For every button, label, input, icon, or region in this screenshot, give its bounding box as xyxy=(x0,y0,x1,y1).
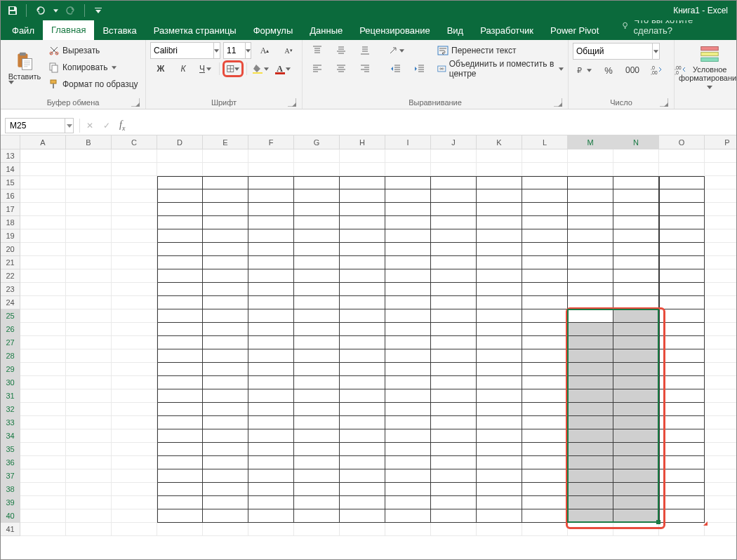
cell[interactable] xyxy=(248,243,294,256)
cell[interactable] xyxy=(568,523,613,536)
cell[interactable] xyxy=(66,483,112,496)
cell[interactable] xyxy=(431,429,477,443)
cell[interactable] xyxy=(385,296,431,309)
cell[interactable] xyxy=(705,336,736,349)
cell[interactable] xyxy=(203,309,248,323)
cell[interactable] xyxy=(522,229,568,243)
cell[interactable] xyxy=(431,483,477,496)
cell[interactable] xyxy=(294,456,340,469)
cell[interactable] xyxy=(203,483,248,496)
cell[interactable] xyxy=(385,323,431,336)
cell[interactable] xyxy=(522,483,568,496)
cell[interactable] xyxy=(705,296,736,309)
cell[interactable] xyxy=(705,403,736,416)
cell[interactable] xyxy=(20,149,66,163)
cell[interactable] xyxy=(568,203,613,216)
column-header[interactable]: A xyxy=(20,135,66,149)
cell[interactable] xyxy=(659,256,705,269)
cell[interactable] xyxy=(522,456,568,469)
cell[interactable] xyxy=(613,456,659,469)
cell[interactable] xyxy=(613,283,659,296)
cell[interactable] xyxy=(340,323,385,336)
cell[interactable] xyxy=(477,389,522,403)
cell[interactable] xyxy=(613,149,659,163)
cell[interactable] xyxy=(522,443,568,456)
font-size-combo[interactable] xyxy=(223,42,251,59)
cell[interactable] xyxy=(522,176,568,189)
cell[interactable] xyxy=(20,189,66,203)
column-header[interactable]: H xyxy=(340,135,385,149)
cell[interactable] xyxy=(66,269,112,283)
column-header[interactable]: E xyxy=(203,135,248,149)
cell[interactable] xyxy=(431,403,477,416)
cell[interactable] xyxy=(112,349,157,363)
cell[interactable] xyxy=(248,229,294,243)
cell[interactable] xyxy=(477,363,522,376)
cell[interactable] xyxy=(248,189,294,203)
cell[interactable] xyxy=(248,323,294,336)
cell[interactable] xyxy=(659,269,705,283)
cell[interactable] xyxy=(157,256,203,269)
cell[interactable] xyxy=(568,283,613,296)
align-bottom-icon[interactable] xyxy=(354,42,376,59)
cell[interactable] xyxy=(203,256,248,269)
column-header[interactable]: G xyxy=(294,135,340,149)
cell[interactable] xyxy=(248,523,294,536)
font-name-combo[interactable] xyxy=(150,42,220,59)
row-header[interactable]: 15 xyxy=(1,176,20,189)
cell[interactable] xyxy=(66,496,112,509)
cell[interactable] xyxy=(340,163,385,176)
cell[interactable] xyxy=(157,416,203,429)
cell[interactable] xyxy=(385,416,431,429)
cell[interactable] xyxy=(203,229,248,243)
cell[interactable] xyxy=(613,216,659,229)
cell[interactable] xyxy=(248,349,294,363)
cell[interactable] xyxy=(66,509,112,523)
cell[interactable] xyxy=(248,443,294,456)
cell[interactable] xyxy=(203,296,248,309)
cell[interactable] xyxy=(66,389,112,403)
cell[interactable] xyxy=(705,256,736,269)
cell[interactable] xyxy=(705,269,736,283)
undo-icon[interactable] xyxy=(32,3,48,18)
cell[interactable] xyxy=(248,296,294,309)
cell[interactable] xyxy=(340,483,385,496)
cell[interactable] xyxy=(157,176,203,189)
cell[interactable] xyxy=(613,163,659,176)
row-header[interactable]: 37 xyxy=(1,469,20,483)
cell[interactable] xyxy=(477,203,522,216)
cell[interactable] xyxy=(385,163,431,176)
cell[interactable] xyxy=(431,256,477,269)
cell[interactable] xyxy=(157,243,203,256)
row-header[interactable]: 40 xyxy=(1,509,20,523)
cell[interactable] xyxy=(659,189,705,203)
row-header[interactable]: 26 xyxy=(1,323,20,336)
cell[interactable] xyxy=(568,176,613,189)
cell[interactable] xyxy=(431,229,477,243)
tab-данные[interactable]: Данные xyxy=(301,21,351,40)
cell[interactable] xyxy=(294,296,340,309)
cell[interactable] xyxy=(659,483,705,496)
cell[interactable] xyxy=(431,376,477,389)
cell[interactable] xyxy=(431,509,477,523)
cell[interactable] xyxy=(568,443,613,456)
cell[interactable] xyxy=(294,203,340,216)
cell[interactable] xyxy=(203,443,248,456)
row-header[interactable]: 34 xyxy=(1,429,20,443)
decrease-font-icon[interactable]: A▾ xyxy=(278,42,299,59)
cell[interactable] xyxy=(20,429,66,443)
cell[interactable] xyxy=(294,509,340,523)
row-header[interactable]: 41 xyxy=(1,523,20,536)
cell[interactable] xyxy=(112,203,157,216)
cell[interactable] xyxy=(157,389,203,403)
cell[interactable] xyxy=(659,203,705,216)
cell[interactable] xyxy=(203,189,248,203)
cell[interactable] xyxy=(112,296,157,309)
cell[interactable] xyxy=(431,149,477,163)
cell[interactable] xyxy=(568,496,613,509)
cell[interactable] xyxy=(613,403,659,416)
cell[interactable] xyxy=(157,323,203,336)
accounting-format-icon[interactable]: ₽ xyxy=(573,62,595,79)
cell[interactable] xyxy=(659,323,705,336)
increase-indent-icon[interactable] xyxy=(409,60,430,77)
